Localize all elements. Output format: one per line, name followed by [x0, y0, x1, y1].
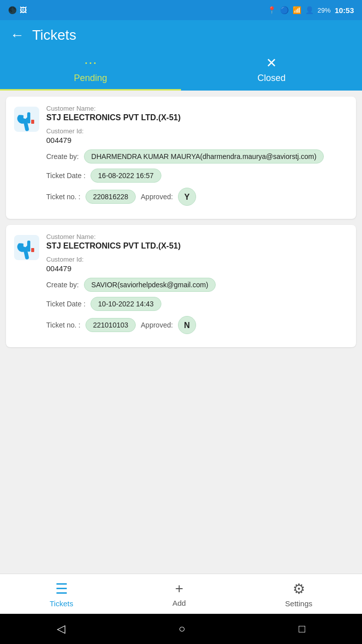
- ticket-no-label-2: Ticket no. :: [46, 321, 80, 329]
- content-area: Customer Name: STJ ELECTRONICS PVT LTD.(…: [0, 91, 362, 574]
- ticket-no-row-2: Ticket no. : 221010103 Approved: N: [46, 316, 348, 334]
- svg-rect-5: [31, 248, 34, 252]
- customer-name-1: STJ ELECTRONICS PVT LTD.(X-51): [46, 113, 348, 122]
- android-back-button[interactable]: ◁: [57, 622, 65, 635]
- customer-name-label-2: Customer Name:: [46, 233, 348, 240]
- app-icon-1: 🌑: [8, 6, 17, 14]
- header: ← Tickets: [0, 20, 362, 50]
- back-button[interactable]: ←: [10, 28, 24, 42]
- bluetooth-icon: 🔵: [280, 6, 289, 14]
- ticket-date-badge-1: 16-08-2022 16:57: [90, 169, 161, 183]
- ticket-date-row-1: Ticket Date : 16-08-2022 16:57: [46, 169, 348, 183]
- add-nav-icon: +: [175, 581, 183, 597]
- tickets-nav-icon: ☰: [55, 581, 68, 597]
- nav-settings[interactable]: ⚙ Settings: [285, 581, 312, 608]
- nav-tickets[interactable]: ☰ Tickets: [50, 581, 73, 608]
- ticket-date-badge-2: 10-10-2022 14:43: [90, 297, 161, 311]
- pending-icon: ⋯: [84, 55, 97, 71]
- bottom-nav: ☰ Tickets + Add ⚙ Settings: [0, 574, 362, 614]
- ticket-card-1[interactable]: Customer Name: STJ ELECTRONICS PVT LTD.(…: [6, 97, 356, 219]
- ticket-date-label-2: Ticket Date :: [46, 300, 85, 308]
- create-by-label-2: Create by:: [46, 281, 79, 289]
- person-icon: 👤: [305, 6, 314, 14]
- customer-id-2: 004479: [46, 264, 348, 273]
- customer-id-label-2: Customer Id:: [46, 256, 348, 263]
- ticket-icon-col-1: [14, 105, 39, 211]
- wrench-icon-1: [14, 107, 39, 132]
- svg-rect-1: [27, 112, 30, 123]
- signal-icon: 📶: [293, 6, 301, 14]
- create-by-row-2: Create by: SAVIOR(saviorhelpdesk@gmail.c…: [46, 278, 348, 292]
- ticket-no-badge-1: 220816228: [85, 190, 136, 204]
- ticket-no-badge-2: 221010103: [85, 318, 136, 332]
- ticket-date-row-2: Ticket Date : 10-10-2022 14:43: [46, 297, 348, 311]
- settings-nav-label: Settings: [285, 599, 312, 608]
- ticket-details-2: Customer Name: STJ ELECTRONICS PVT LTD.(…: [46, 233, 348, 339]
- customer-id-label-1: Customer Id:: [46, 127, 348, 135]
- ticket-date-label-1: Ticket Date :: [46, 172, 85, 180]
- ticket-no-row-1: Ticket no. : 220816228 Approved: Y: [46, 188, 348, 206]
- tab-closed[interactable]: ✕ Closed: [181, 50, 362, 91]
- approved-label-1: Approved:: [141, 193, 173, 201]
- ticket-card-2[interactable]: Customer Name: STJ ELECTRONICS PVT LTD.(…: [6, 225, 356, 347]
- tickets-nav-label: Tickets: [50, 599, 73, 608]
- create-by-badge-2: SAVIOR(saviorhelpdesk@gmail.com): [84, 278, 216, 292]
- svg-rect-2: [31, 120, 34, 124]
- status-time: 10:53: [335, 6, 354, 15]
- android-recent-button[interactable]: □: [299, 622, 305, 635]
- create-by-badge-1: DHARMENDRA KUMAR MAURYA(dharmendra.maury…: [84, 149, 324, 164]
- settings-nav-icon: ⚙: [293, 581, 305, 597]
- create-by-label-1: Create by:: [46, 152, 79, 160]
- create-by-row-1: Create by: DHARMENDRA KUMAR MAURYA(dharm…: [46, 149, 348, 164]
- wrench-icon-2: [14, 235, 39, 260]
- android-nav-bar: ◁ ○ □: [0, 614, 362, 644]
- customer-name-label-1: Customer Name:: [46, 105, 348, 112]
- approved-badge-1: Y: [178, 188, 196, 206]
- tabs-container: ⋯ Pending ✕ Closed: [0, 50, 362, 91]
- ticket-details-1: Customer Name: STJ ELECTRONICS PVT LTD.(…: [46, 105, 348, 211]
- ticket-icon-col-2: [14, 233, 39, 339]
- ticket-no-label-1: Ticket no. :: [46, 193, 80, 201]
- nav-add[interactable]: + Add: [172, 581, 186, 607]
- closed-icon: ✕: [266, 55, 277, 71]
- add-nav-label: Add: [172, 599, 186, 607]
- status-bar: 🌑 🖼 📍 🔵 📶 👤 29% 10:53: [0, 0, 362, 20]
- approved-label-2: Approved:: [141, 321, 173, 329]
- android-home-button[interactable]: ○: [178, 622, 185, 635]
- svg-rect-4: [27, 240, 30, 252]
- tab-underline: [0, 89, 181, 91]
- app-icon-2: 🖼: [20, 6, 27, 14]
- page-title: Tickets: [32, 27, 76, 43]
- battery-level: 29%: [318, 7, 331, 14]
- pending-label: Pending: [74, 73, 107, 84]
- location-icon: 📍: [267, 6, 276, 14]
- tab-pending[interactable]: ⋯ Pending: [0, 50, 181, 91]
- customer-id-1: 004479: [46, 136, 348, 144]
- customer-name-2: STJ ELECTRONICS PVT LTD.(X-51): [46, 242, 348, 251]
- closed-label: Closed: [257, 73, 286, 84]
- approved-badge-2: N: [178, 316, 196, 334]
